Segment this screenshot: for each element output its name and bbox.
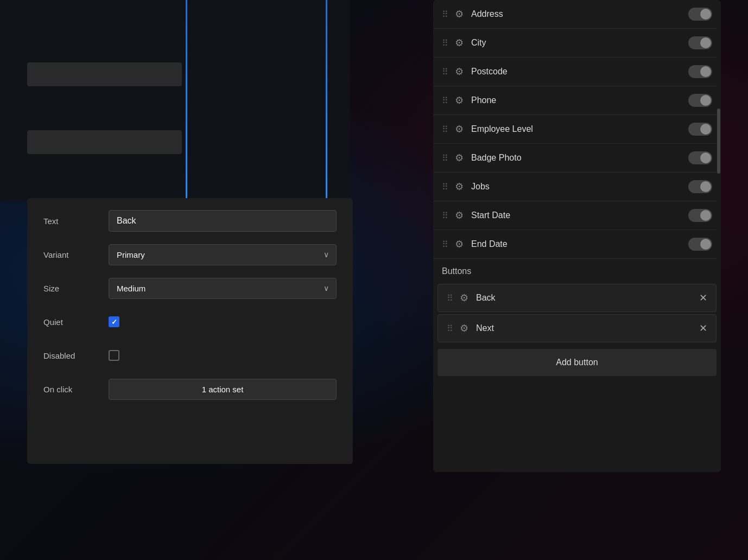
variant-select-wrapper: Primary Secondary Danger Ghost ∨ [109, 244, 337, 265]
disabled-checkbox-container [109, 350, 119, 361]
phone-gear-icon[interactable]: ⚙ [455, 94, 464, 106]
properties-panel: Text Variant Primary Secondary Danger Gh… [27, 198, 353, 464]
postcode-drag-handle-icon[interactable]: ⠿ [442, 67, 448, 77]
phone-drag-handle-icon[interactable]: ⠿ [442, 96, 448, 106]
quiet-checkbox-container [109, 316, 119, 327]
back-button-close-icon[interactable]: ✕ [699, 292, 707, 304]
address-field-name: Address [471, 9, 688, 19]
end-date-gear-icon[interactable]: ⚙ [455, 238, 464, 250]
scrollbar-track [717, 0, 721, 472]
on-click-row: On click 1 action set [43, 377, 337, 401]
jobs-drag-handle-icon[interactable]: ⠿ [442, 182, 448, 192]
start-date-drag-handle-icon[interactable]: ⠿ [442, 211, 448, 221]
field-item-jobs: ⠿ ⚙ Jobs [433, 173, 721, 201]
buttons-section-label: Buttons [433, 259, 721, 282]
on-click-label: On click [43, 385, 109, 394]
quiet-checkbox[interactable] [109, 316, 119, 327]
bg-input-field-2 [27, 130, 182, 154]
employee-level-drag-handle-icon[interactable]: ⠿ [442, 124, 448, 135]
disabled-label: Disabled [43, 351, 109, 360]
jobs-field-name: Jobs [471, 182, 688, 192]
employee-level-toggle[interactable] [688, 123, 712, 136]
address-gear-icon[interactable]: ⚙ [455, 8, 464, 20]
start-date-toggle[interactable] [688, 209, 712, 222]
field-item-end-date: ⠿ ⚙ End Date [433, 230, 721, 259]
field-item-address: ⠿ ⚙ Address [433, 0, 721, 29]
left-background-panel [0, 0, 350, 201]
badge-photo-drag-handle-icon[interactable]: ⠿ [442, 153, 448, 163]
add-button-button[interactable]: Add button [438, 349, 717, 376]
jobs-toggle[interactable] [688, 180, 712, 193]
size-select-wrapper: Small Medium Large ∨ [109, 278, 337, 299]
end-date-field-name: End Date [471, 239, 688, 249]
city-toggle[interactable] [688, 36, 712, 49]
variant-select[interactable]: Primary Secondary Danger Ghost [109, 244, 337, 265]
end-date-drag-handle-icon[interactable]: ⠿ [442, 239, 448, 250]
bg-input-field-1 [27, 62, 182, 86]
field-item-start-date: ⠿ ⚙ Start Date [433, 201, 721, 230]
postcode-gear-icon[interactable]: ⚙ [455, 66, 464, 78]
employee-level-field-name: Employee Level [471, 124, 688, 134]
field-item-employee-level: ⠿ ⚙ Employee Level [433, 115, 721, 144]
variant-row: Variant Primary Secondary Danger Ghost ∨ [43, 243, 337, 266]
text-input[interactable] [109, 210, 337, 232]
blue-accent-left [186, 0, 187, 201]
next-button-drag-handle-icon[interactable]: ⠿ [447, 323, 453, 334]
start-date-field-name: Start Date [471, 211, 688, 220]
badge-photo-gear-icon[interactable]: ⚙ [455, 152, 464, 164]
phone-toggle[interactable] [688, 94, 712, 107]
disabled-checkbox[interactable] [109, 350, 119, 361]
back-button-name: Back [476, 293, 699, 303]
size-select[interactable]: Small Medium Large [109, 278, 337, 299]
field-item-city: ⠿ ⚙ City [433, 29, 721, 58]
variant-label: Variant [43, 250, 109, 259]
field-item-phone: ⠿ ⚙ Phone [433, 86, 721, 115]
field-list: ⠿ ⚙ Address ⠿ ⚙ City ⠿ ⚙ Postcode ⠿ ⚙ Ph… [433, 0, 721, 259]
back-button-drag-handle-icon[interactable]: ⠿ [447, 293, 453, 303]
next-button-gear-icon[interactable]: ⚙ [460, 322, 468, 334]
badge-photo-toggle[interactable] [688, 151, 712, 164]
quiet-row: Quiet [43, 310, 337, 334]
city-drag-handle-icon[interactable]: ⠿ [442, 38, 448, 48]
employee-level-gear-icon[interactable]: ⚙ [455, 123, 464, 135]
text-row: Text [43, 209, 337, 233]
field-item-badge-photo: ⠿ ⚙ Badge Photo [433, 144, 721, 173]
phone-field-name: Phone [471, 96, 688, 105]
postcode-field-name: Postcode [471, 67, 688, 77]
next-button-name: Next [476, 323, 699, 333]
button-item-next: ⠿ ⚙ Next ✕ [438, 314, 717, 342]
badge-photo-field-name: Badge Photo [471, 153, 688, 163]
action-set-button[interactable]: 1 action set [109, 379, 337, 400]
disabled-row: Disabled [43, 343, 337, 367]
right-panel: ⠿ ⚙ Address ⠿ ⚙ City ⠿ ⚙ Postcode ⠿ ⚙ Ph… [433, 0, 721, 472]
end-date-toggle[interactable] [688, 238, 712, 251]
address-toggle[interactable] [688, 8, 712, 21]
back-button-gear-icon[interactable]: ⚙ [460, 292, 468, 304]
size-label: Size [43, 284, 109, 293]
jobs-gear-icon[interactable]: ⚙ [455, 181, 464, 193]
next-button-close-icon[interactable]: ✕ [699, 322, 707, 334]
city-field-name: City [471, 38, 688, 48]
start-date-gear-icon[interactable]: ⚙ [455, 209, 464, 221]
text-label: Text [43, 217, 109, 226]
address-drag-handle-icon[interactable]: ⠿ [442, 9, 448, 20]
size-row: Size Small Medium Large ∨ [43, 276, 337, 300]
blue-accent-right [326, 0, 327, 201]
button-item-back: ⠿ ⚙ Back ✕ [438, 284, 717, 312]
postcode-toggle[interactable] [688, 65, 712, 78]
scrollbar-thumb[interactable] [717, 109, 720, 174]
field-item-postcode: ⠿ ⚙ Postcode [433, 58, 721, 86]
quiet-label: Quiet [43, 317, 109, 327]
city-gear-icon[interactable]: ⚙ [455, 37, 464, 49]
